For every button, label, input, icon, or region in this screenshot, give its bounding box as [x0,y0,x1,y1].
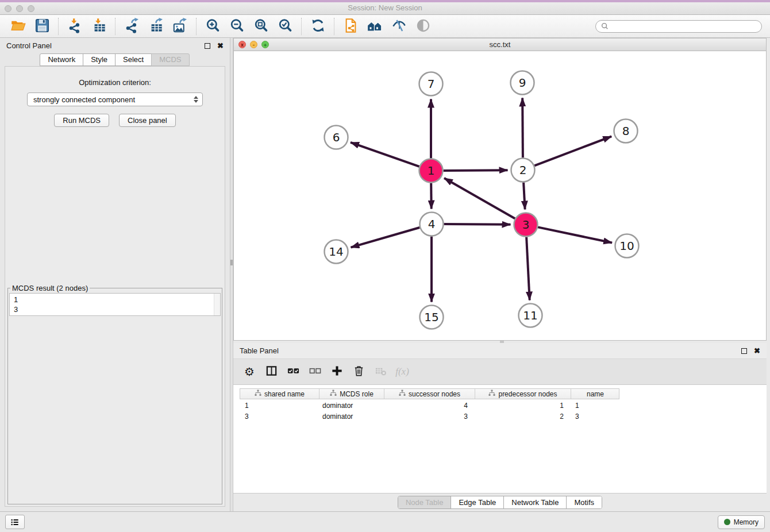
right-column: x - + scc.txt 7 9 6 8 1 2 4 3 14 [233,38,770,511]
column-header-predecessor-nodes[interactable]: predecessor nodes [475,389,571,399]
graph-edge-2-9[interactable] [522,98,523,158]
graph-edge-3-10[interactable] [538,227,612,242]
graph-edge-1-2[interactable] [444,170,508,171]
hide-graphics-details-button[interactable] [387,17,411,36]
result-scrollbar[interactable] [214,294,220,315]
search-box[interactable] [595,20,762,33]
graph-svg[interactable]: 7 9 6 8 1 2 4 3 14 10 15 11 [234,51,766,340]
export-network-button[interactable] [120,17,144,36]
node-label: 7 [428,77,435,91]
hide-graphics-details-icon [391,18,407,35]
tab-network-table[interactable]: Network Table [503,496,566,508]
graph-node-7[interactable]: 7 [419,72,443,96]
tab-select[interactable]: Select [115,53,152,66]
close-panel-icon[interactable]: ✖ [754,348,760,354]
table-row[interactable]: 3dominator323 [240,411,619,421]
graph-edge-2-3[interactable] [523,183,525,210]
select-all-checkboxes-button[interactable] [286,365,300,379]
splitter-grip[interactable] [230,260,233,265]
tab-style[interactable]: Style [83,53,116,66]
run-mcds-button[interactable]: Run MCDS [54,114,109,127]
export-image-button[interactable] [168,17,192,36]
graph-node-8[interactable]: 8 [614,119,638,143]
column-header-successor-nodes[interactable]: successor nodes [384,389,475,399]
search-icon [601,22,609,30]
task-history-button[interactable] [5,515,25,529]
graph-edge-4-3[interactable] [444,224,511,225]
column-header-shared-name[interactable]: shared name [240,389,319,399]
zoom-selected-button[interactable] [273,17,297,36]
export-table-icon [148,18,164,35]
export-table-button[interactable] [144,17,168,36]
network-close-button[interactable]: x [238,41,246,48]
column-header-mcds-role[interactable]: MCDS role [319,389,384,399]
mcds-result-text[interactable]: 13 [9,293,221,316]
graph-node-3[interactable]: 3 [514,213,538,237]
table-row[interactable]: 1dominator411 [240,400,619,410]
deselect-all-checkboxes-button[interactable] [308,365,322,379]
tab-edge-table[interactable]: Edge Table [451,496,503,508]
save-session-button[interactable] [30,17,54,36]
optimization-criterion-select[interactable]: strongly connected component [27,92,203,106]
table-settings-button[interactable]: ⚙ [242,365,256,379]
graph-edge-3-11[interactable] [526,237,530,300]
graph-node-1[interactable]: 1 [419,159,443,183]
table-cell: 2 [475,411,571,421]
tab-node-table[interactable]: Node Table [398,496,451,508]
control-panel-title: Control Panel [6,41,205,50]
column-header-name[interactable]: name [571,389,619,399]
network-canvas[interactable]: 7 9 6 8 1 2 4 3 14 10 15 11 [234,51,766,340]
network-minimize-button[interactable]: - [250,41,257,48]
zoom-out-button[interactable] [225,17,249,36]
zoom-in-button[interactable] [201,17,225,36]
table-cell: 1 [571,400,619,410]
birdseye-view-icon [415,18,431,35]
graph-node-4[interactable]: 4 [420,213,444,236]
graph-node-6[interactable]: 6 [325,126,348,149]
graph-node-2[interactable]: 2 [511,159,535,182]
network-view-window: x - + scc.txt 7 9 6 8 1 2 4 3 14 [233,38,767,341]
float-panel-icon[interactable] [741,348,747,354]
graph-node-10[interactable]: 10 [615,234,639,258]
graph-node-11[interactable]: 11 [519,304,542,327]
open-session-button[interactable] [6,17,30,36]
graph-node-9[interactable]: 9 [511,71,534,95]
tab-mcds[interactable]: MCDS [151,53,189,66]
graph-edge-4-14[interactable] [351,228,420,248]
apply-layout-button[interactable] [306,17,330,36]
tab-network[interactable]: Network [40,53,83,66]
graph-node-15[interactable]: 15 [420,306,444,329]
import-table-button[interactable] [87,17,111,36]
network-zoom-button[interactable]: + [261,41,269,48]
network-overview-button[interactable] [363,17,387,36]
table-panel-title: Table Panel [240,346,741,355]
open-session-file-button[interactable] [338,17,363,36]
column-label: predecessor nodes [498,390,557,398]
node-label: 4 [428,217,436,231]
import-network-button[interactable] [63,17,87,36]
splitter-grip[interactable] [500,341,504,343]
graph-edge-3-1[interactable] [444,178,515,218]
horizontal-splitter[interactable] [233,341,767,343]
criterion-value: strongly connected component [33,95,135,104]
search-input[interactable] [611,22,756,30]
memory-button[interactable]: Memory [718,515,765,529]
vertical-splitter[interactable] [230,38,233,511]
toolbar-separator [196,18,197,35]
float-panel-icon[interactable] [205,43,210,49]
result-line: 1 [14,295,212,304]
tab-motifs[interactable]: Motifs [566,496,602,508]
memory-status-icon [724,519,730,525]
zoom-fit-button[interactable] [249,17,273,36]
graph-edge-1-6[interactable] [351,142,419,167]
add-column-button[interactable] [330,365,344,379]
table-header-row: shared nameMCDS rolesuccessor nodesprede… [240,388,619,399]
graph-edge-2-8[interactable] [534,136,611,165]
graph-node-14[interactable]: 14 [325,240,348,264]
graph-edge-1-4[interactable] [431,183,432,209]
delete-columns-button[interactable] [352,365,365,379]
close-panel-icon[interactable]: ✖ [217,43,224,49]
close-panel-button[interactable]: Close panel [119,114,176,127]
birdseye-view-button[interactable] [411,17,435,36]
show-columns-button[interactable] [264,365,278,379]
